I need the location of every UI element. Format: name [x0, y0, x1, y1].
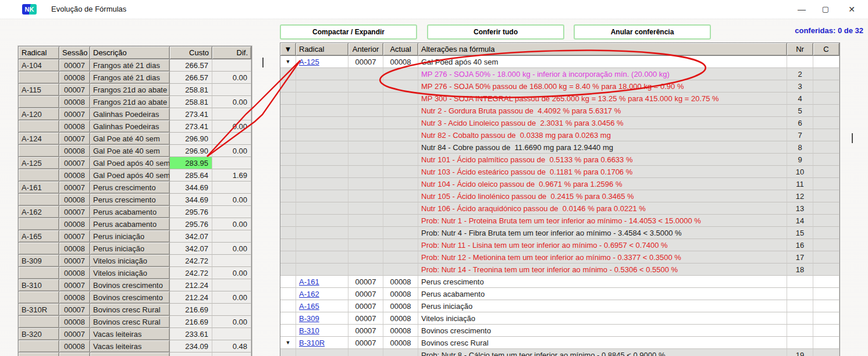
- cell-c[interactable]: [813, 325, 839, 337]
- cell-radical[interactable]: B-310: [19, 279, 59, 291]
- cell-radical[interactable]: [19, 120, 59, 133]
- cell-sessao[interactable]: 00008: [59, 145, 90, 157]
- cell-nr[interactable]: 16: [787, 239, 813, 251]
- cell-c[interactable]: [813, 264, 839, 276]
- cell-radical[interactable]: [19, 169, 59, 181]
- cell-custo[interactable]: 273.41: [170, 120, 212, 133]
- cell-descricao[interactable]: Frangos 21d ao abate: [90, 84, 170, 96]
- cell-actual[interactable]: [383, 251, 418, 264]
- right-header-6[interactable]: Nr: [787, 43, 813, 56]
- cell-actual[interactable]: 00008: [383, 300, 418, 312]
- cell-nr[interactable]: [787, 325, 813, 337]
- cell-custo[interactable]: 266.57: [170, 59, 212, 72]
- cell-radical[interactable]: A-162: [296, 288, 348, 300]
- left-header-3[interactable]: Descrição: [90, 47, 170, 59]
- cell-descricao[interactable]: Gal Poed após 40 sem: [90, 169, 170, 181]
- cell-radical[interactable]: A-104: [19, 59, 59, 72]
- cell-custo[interactable]: 342.07: [170, 230, 212, 243]
- cell-actual[interactable]: [383, 68, 418, 80]
- cell-anterior[interactable]: [348, 68, 383, 80]
- cell-sessao[interactable]: 00007: [59, 279, 90, 291]
- cell-anterior[interactable]: [348, 80, 383, 92]
- expand-collapse-icon[interactable]: [280, 166, 296, 178]
- cell-actual[interactable]: [383, 227, 418, 239]
- cell-actual[interactable]: [383, 178, 418, 190]
- cell-dif[interactable]: [212, 206, 251, 218]
- cell-dif[interactable]: 0.00: [212, 120, 251, 133]
- expand-collapse-icon[interactable]: [280, 288, 296, 300]
- cell-radical[interactable]: B-309: [19, 255, 59, 267]
- cell-descricao[interactable]: Perus iniciação: [90, 230, 170, 243]
- cell-radical[interactable]: B-320R: [19, 353, 59, 356]
- cell-sessao[interactable]: 00008: [59, 120, 90, 133]
- cell-radical[interactable]: [19, 218, 59, 230]
- cell-descricao[interactable]: Perus iniciação: [90, 243, 170, 255]
- cell-c[interactable]: [813, 349, 839, 356]
- cell-nr[interactable]: [787, 300, 813, 312]
- cell-c[interactable]: [813, 190, 839, 202]
- expand-collapse-icon[interactable]: [280, 80, 296, 92]
- cell-radical[interactable]: [296, 190, 348, 202]
- cell-actual[interactable]: [383, 141, 418, 154]
- cell-descricao[interactable]: Vacas leiteiras: [90, 328, 170, 340]
- cell-custo[interactable]: 296.90: [170, 145, 212, 157]
- right-header-7[interactable]: C: [813, 43, 839, 56]
- alteration-text[interactable]: Prob: Nutr 12 - Metionina tem um teor in…: [418, 251, 787, 264]
- cell-custo[interactable]: 283.95: [170, 157, 212, 169]
- cell-anterior[interactable]: [348, 264, 383, 276]
- radical-link[interactable]: A-165: [299, 302, 319, 311]
- cell-sessao[interactable]: 00007: [59, 230, 90, 243]
- cell-custo[interactable]: 258.81: [170, 96, 212, 108]
- cell-actual[interactable]: 00008: [383, 312, 418, 325]
- cell-dif[interactable]: [212, 84, 251, 96]
- radical-link[interactable]: A-162: [299, 290, 319, 298]
- cell-actual[interactable]: [383, 166, 418, 178]
- cell-dif[interactable]: [212, 353, 251, 356]
- cell-sessao[interactable]: 00007: [59, 304, 90, 316]
- cell-c[interactable]: [813, 251, 839, 264]
- radical-link[interactable]: A-125: [299, 58, 319, 66]
- cell-radical[interactable]: A-120: [19, 108, 59, 120]
- cell-actual[interactable]: [383, 129, 418, 141]
- cell-radical[interactable]: A-165: [19, 230, 59, 243]
- cell-custo[interactable]: 266.57: [170, 72, 212, 84]
- cell-actual[interactable]: 00008: [383, 337, 418, 349]
- alteration-text[interactable]: Nutr 84 - Cobre passou de 11.6690 mg par…: [418, 141, 787, 154]
- cell-radical[interactable]: [19, 96, 59, 108]
- cell-c[interactable]: [813, 239, 839, 251]
- cell-dif[interactable]: 0.48: [212, 340, 251, 353]
- cell-radical[interactable]: [19, 72, 59, 84]
- cell-actual[interactable]: 00008: [383, 325, 418, 337]
- right-header-5[interactable]: Alterações na fórmula: [418, 43, 787, 56]
- alteration-text[interactable]: Prob: Nutr 4 - Fibra Bruta tem um teor i…: [418, 227, 787, 239]
- cell-custo[interactable]: 229.50: [170, 353, 212, 356]
- cell-descricao[interactable]: Vacas leit. Rural: [90, 353, 170, 356]
- cell-anterior[interactable]: 00007: [348, 56, 383, 68]
- cell-sessao[interactable]: 00008: [59, 267, 90, 279]
- cell-radical[interactable]: B-310R: [19, 304, 59, 316]
- cell-actual[interactable]: 00008: [383, 288, 418, 300]
- cell-sessao[interactable]: 00008: [59, 316, 90, 328]
- alteration-text[interactable]: Nutr 101 - Ácido palmítico passou de 0.5…: [418, 154, 787, 166]
- cell-custo[interactable]: 342.07: [170, 243, 212, 255]
- cell-descricao[interactable]: Bovinos crescimento: [90, 291, 170, 304]
- cell-sessao[interactable]: 00007: [59, 181, 90, 194]
- cell-radical[interactable]: [296, 117, 348, 129]
- cell-nr[interactable]: 15: [787, 227, 813, 239]
- cell-anterior[interactable]: [348, 166, 383, 178]
- cell-dif[interactable]: 0.00: [212, 267, 251, 279]
- cell-dif[interactable]: 0.00: [212, 145, 251, 157]
- cell-radical[interactable]: A-161: [19, 181, 59, 194]
- cell-custo[interactable]: 273.41: [170, 108, 212, 120]
- cell-actual[interactable]: [383, 349, 418, 356]
- cell-c[interactable]: [813, 117, 839, 129]
- cell-radical[interactable]: [296, 349, 348, 356]
- right-header-4[interactable]: Actual: [383, 43, 418, 56]
- cell-anterior[interactable]: [348, 117, 383, 129]
- cell-dif[interactable]: [212, 181, 251, 194]
- cell-sessao[interactable]: 00007: [59, 133, 90, 145]
- cell-dif[interactable]: [212, 59, 251, 72]
- cell-nr[interactable]: 11: [787, 178, 813, 190]
- cell-nr[interactable]: 6: [787, 117, 813, 129]
- cell-dif[interactable]: 0.00: [212, 72, 251, 84]
